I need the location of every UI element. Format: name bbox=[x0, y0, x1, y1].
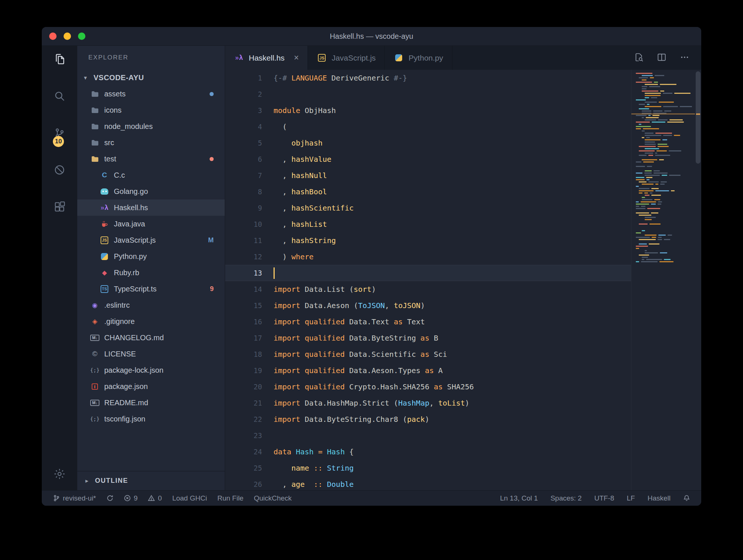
close-tab-icon[interactable]: × bbox=[294, 53, 299, 63]
close-window-button[interactable] bbox=[49, 33, 57, 40]
title-bar[interactable]: Haskell.hs — vscode-ayu bbox=[42, 27, 701, 46]
file-tree-item--gitignore[interactable]: ◈.gitignore bbox=[77, 313, 225, 329]
zoom-window-button[interactable] bbox=[78, 33, 85, 40]
npm-file-icon bbox=[90, 383, 100, 390]
file-tree-item-haskell-hs[interactable]: »λHaskell.hs bbox=[77, 199, 225, 216]
minimap-row bbox=[636, 261, 691, 262]
file-tree-item--eslintrc[interactable]: ◉.eslintrc bbox=[77, 297, 225, 313]
code-line-16[interactable]: 16import qualified Data.Text as Text bbox=[225, 314, 631, 330]
tab-javascript-js[interactable]: JSJavaScript.js bbox=[308, 46, 385, 70]
code-line-13[interactable]: 13 bbox=[225, 265, 631, 281]
minimap-row bbox=[636, 161, 691, 163]
file-tree-item-c-c[interactable]: CC.c bbox=[77, 167, 225, 183]
source-control-activity-icon[interactable]: 10 bbox=[52, 126, 67, 140]
file-tree-item-ruby-rb[interactable]: ◆Ruby.rb bbox=[77, 264, 225, 281]
code-line-9[interactable]: 9 , hashScientific bbox=[225, 200, 631, 216]
encoding[interactable]: UTF-8 bbox=[594, 494, 614, 502]
explorer-activity-icon[interactable] bbox=[52, 52, 67, 66]
file-tree-item-python-py[interactable]: Python.py bbox=[77, 248, 225, 264]
file-tree-item-package-lock-json[interactable]: {;}package-lock.json bbox=[77, 362, 225, 378]
quickcheck-action[interactable]: QuickCheck bbox=[254, 494, 292, 502]
code-line-14[interactable]: 14import Data.List (sort) bbox=[225, 281, 631, 297]
code-editor[interactable]: 1{-# LANGUAGE DeriveGeneric #-}23module … bbox=[225, 70, 701, 490]
minimap-row bbox=[636, 97, 691, 98]
code-line-21[interactable]: 21import Data.HashMap.Strict (HashMap, t… bbox=[225, 395, 631, 411]
file-tree-item-test[interactable]: test bbox=[77, 151, 225, 167]
code-line-12[interactable]: 12 ) where bbox=[225, 249, 631, 265]
code-line-18[interactable]: 18import qualified Data.Scientific as Sc… bbox=[225, 346, 631, 362]
code-line-22[interactable]: 22import Data.ByteString.Char8 (pack) bbox=[225, 411, 631, 427]
file-tree-item-node-modules[interactable]: node_modules bbox=[77, 118, 225, 134]
indentation[interactable]: Spaces: 2 bbox=[550, 494, 582, 502]
search-activity-icon[interactable] bbox=[52, 89, 67, 103]
file-tree-item-icons[interactable]: icons bbox=[77, 102, 225, 118]
code-line-15[interactable]: 15import Data.Aeson (ToJSON, toJSON) bbox=[225, 297, 631, 314]
code-line-6[interactable]: 6 , hashValue bbox=[225, 151, 631, 167]
file-tree-item-golang-go[interactable]: Golang.go bbox=[77, 183, 225, 199]
minimize-window-button[interactable] bbox=[64, 33, 71, 40]
code-line-10[interactable]: 10 , hashList bbox=[225, 216, 631, 232]
js-file-icon: JS bbox=[317, 54, 327, 62]
code-line-26[interactable]: 26 , age :: Double bbox=[225, 476, 631, 490]
license-file-icon: © bbox=[90, 350, 100, 358]
file-tree-item-java-java[interactable]: Java.java bbox=[77, 216, 225, 232]
load-ghci-action[interactable]: Load GHCi bbox=[172, 494, 207, 502]
extensions-activity-icon[interactable] bbox=[52, 199, 67, 214]
run-file-action[interactable]: Run File bbox=[217, 494, 244, 502]
file-name: Golang.go bbox=[114, 187, 148, 196]
tab-haskell-hs[interactable]: »λHaskell.hs× bbox=[225, 46, 308, 70]
file-tree-item-javascript-js[interactable]: JSJavaScript.jsM bbox=[77, 232, 225, 248]
file-tree-item-license[interactable]: ©LICENSE bbox=[77, 346, 225, 362]
code-line-2[interactable]: 2 bbox=[225, 86, 631, 102]
outline-label: OUTLINE bbox=[95, 477, 128, 485]
debug-disabled-activity-icon[interactable] bbox=[52, 163, 67, 177]
code-line-4[interactable]: 4 ( bbox=[225, 119, 631, 135]
more-actions-icon[interactable] bbox=[680, 52, 689, 64]
code-line-17[interactable]: 17import qualified Data.ByteString as B bbox=[225, 330, 631, 346]
code-line-8[interactable]: 8 , hashBool bbox=[225, 184, 631, 200]
settings-gear-icon[interactable] bbox=[52, 467, 67, 481]
git-branch-status[interactable]: revised-ui* bbox=[53, 494, 96, 502]
code-line-19[interactable]: 19import qualified Data.Aeson.Types as A bbox=[225, 362, 631, 379]
file-tree-item-changelog-md[interactable]: M↓CHANGELOG.md bbox=[77, 329, 225, 346]
tab-python-py[interactable]: Python.py bbox=[385, 46, 452, 70]
file-tree-item-tsconfig-json[interactable]: {;}tsconfig.json bbox=[77, 411, 225, 427]
minimap-row bbox=[636, 257, 691, 258]
code-line-1[interactable]: 1{-# LANGUAGE DeriveGeneric #-} bbox=[225, 70, 631, 86]
file-tree-item-assets[interactable]: assets bbox=[77, 86, 225, 102]
file-tree-item-readme-md[interactable]: M↓README.md bbox=[77, 395, 225, 411]
minimap-row bbox=[636, 86, 691, 87]
notifications[interactable] bbox=[683, 495, 690, 502]
editor-scrollbar[interactable] bbox=[695, 70, 701, 490]
file-name: TypeScript.ts bbox=[114, 285, 157, 293]
code-line-23[interactable]: 23 bbox=[225, 427, 631, 444]
code-line-24[interactable]: 24data Hash = Hash { bbox=[225, 444, 631, 460]
errors-status[interactable]: 9 bbox=[124, 494, 138, 502]
status-text: LF bbox=[627, 494, 635, 502]
eol[interactable]: LF bbox=[627, 494, 635, 502]
code-line-20[interactable]: 20import qualified Crypto.Hash.SHA256 as… bbox=[225, 379, 631, 395]
code-line-3[interactable]: 3module ObjHash bbox=[225, 102, 631, 119]
chevron-right-icon: ▸ bbox=[85, 477, 91, 484]
file-tree-item-src[interactable]: src bbox=[77, 134, 225, 151]
outline-section[interactable]: ▸ OUTLINE bbox=[77, 471, 225, 490]
explorer-root-item[interactable]: ▾VSCODE-AYU bbox=[77, 69, 225, 86]
warnings-status[interactable]: 0 bbox=[148, 494, 162, 502]
sync-status[interactable] bbox=[106, 495, 113, 502]
split-editor-icon[interactable] bbox=[657, 52, 666, 64]
search-editor-icon[interactable] bbox=[634, 52, 644, 64]
minimap-row bbox=[636, 164, 691, 165]
code-line-11[interactable]: 11 , hashString bbox=[225, 232, 631, 249]
scrollbar-thumb[interactable] bbox=[696, 71, 700, 164]
line-number: 25 bbox=[225, 464, 262, 472]
minimap[interactable] bbox=[631, 70, 695, 490]
cursor-position[interactable]: Ln 13, Col 1 bbox=[500, 494, 538, 502]
file-tree-item-package-json[interactable]: package.json bbox=[77, 378, 225, 395]
file-tree-item-typescript-ts[interactable]: TSTypeScript.ts9 bbox=[77, 281, 225, 297]
code-line-25[interactable]: 25 name :: String bbox=[225, 460, 631, 476]
code-line-5[interactable]: 5 objhash bbox=[225, 135, 631, 151]
code-line-7[interactable]: 7 , hashNull bbox=[225, 167, 631, 184]
line-number: 13 bbox=[225, 269, 262, 277]
minimap-row bbox=[636, 117, 691, 118]
language-mode[interactable]: Haskell bbox=[648, 494, 671, 502]
